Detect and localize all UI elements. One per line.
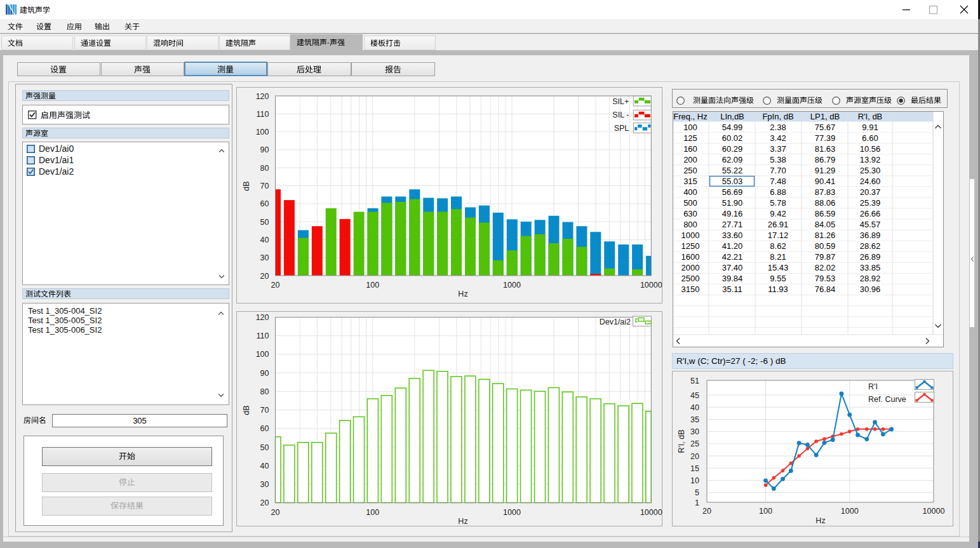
svg-text:SPL: SPL — [614, 124, 629, 133]
svg-text:1000: 1000 — [841, 507, 859, 516]
svg-text:41.20: 41.20 — [722, 241, 743, 251]
svg-text:26.66: 26.66 — [860, 209, 881, 218]
svg-text:400: 400 — [683, 187, 697, 197]
svg-text:R'I: R'I — [868, 382, 878, 391]
svg-text:6.60: 6.60 — [862, 133, 878, 143]
svg-text:R'I, dB: R'I, dB — [677, 429, 686, 453]
svg-text:81.63: 81.63 — [815, 144, 836, 154]
svg-text:42.21: 42.21 — [722, 252, 743, 262]
svg-text:dB: dB — [242, 181, 251, 190]
svg-text:86.79: 86.79 — [815, 155, 836, 164]
svg-text:28.62: 28.62 — [860, 241, 881, 251]
svg-text:39.84: 39.84 — [722, 274, 743, 283]
svg-text:315: 315 — [683, 177, 697, 186]
svg-text:LIn,dB: LIn,dB — [720, 112, 744, 121]
svg-text:1000: 1000 — [503, 281, 521, 290]
svg-text:1: 1 — [695, 498, 699, 507]
svg-text:28.92: 28.92 — [860, 274, 881, 283]
svg-text:250: 250 — [683, 166, 697, 175]
svg-text:50: 50 — [260, 443, 269, 452]
svg-text:7.70: 7.70 — [770, 166, 786, 175]
svg-text:50: 50 — [260, 218, 269, 227]
svg-text:79.53: 79.53 — [815, 274, 836, 283]
svg-text:Hz: Hz — [458, 290, 467, 298]
svg-text:60.29: 60.29 — [722, 144, 743, 154]
svg-text:FpIn, dB: FpIn, dB — [762, 112, 793, 121]
svg-text:10: 10 — [690, 476, 699, 485]
svg-text:33.85: 33.85 — [860, 263, 881, 272]
svg-text:25.30: 25.30 — [860, 166, 881, 175]
svg-text:5.78: 5.78 — [770, 198, 786, 208]
svg-text:51.90: 51.90 — [722, 198, 743, 208]
svg-text:15.43: 15.43 — [768, 263, 789, 272]
svg-text:160: 160 — [683, 144, 697, 154]
svg-text:11.93: 11.93 — [768, 284, 788, 294]
svg-text:82.02: 82.02 — [815, 263, 836, 272]
svg-text:60: 60 — [260, 424, 269, 433]
svg-text:86.59: 86.59 — [815, 209, 836, 218]
svg-text:8.21: 8.21 — [770, 252, 786, 262]
svg-text:87.83: 87.83 — [815, 187, 836, 197]
svg-text:26.89: 26.89 — [860, 252, 881, 262]
svg-text:70: 70 — [260, 406, 269, 415]
svg-text:54.99: 54.99 — [722, 123, 743, 132]
svg-text:20.37: 20.37 — [860, 187, 881, 197]
svg-text:10000: 10000 — [640, 508, 662, 517]
svg-text:7.48: 7.48 — [770, 177, 786, 186]
svg-text:Ref. Curve: Ref. Curve — [868, 395, 906, 404]
svg-text:2.38: 2.38 — [770, 123, 786, 132]
svg-text:49.16: 49.16 — [722, 209, 743, 218]
svg-text:25.39: 25.39 — [860, 198, 881, 208]
svg-text:630: 630 — [683, 209, 697, 218]
svg-text:100: 100 — [366, 281, 379, 290]
svg-text:1250: 1250 — [681, 241, 700, 251]
svg-text:40: 40 — [260, 462, 269, 471]
svg-text:15: 15 — [690, 464, 699, 473]
svg-text:3.37: 3.37 — [770, 144, 786, 154]
svg-text:27.71: 27.71 — [722, 220, 743, 229]
svg-text:10000: 10000 — [640, 281, 662, 290]
svg-text:25: 25 — [690, 439, 699, 448]
svg-text:17.12: 17.12 — [768, 231, 789, 240]
svg-text:79.87: 79.87 — [815, 252, 836, 262]
svg-text:84.05: 84.05 — [815, 220, 836, 229]
svg-text:R'I, dB: R'I, dB — [858, 112, 883, 121]
svg-text:110: 110 — [257, 110, 269, 119]
svg-text:90: 90 — [260, 369, 269, 378]
svg-text:75.67: 75.67 — [815, 123, 836, 132]
svg-text:40: 40 — [260, 236, 269, 244]
svg-text:125: 125 — [683, 133, 697, 143]
svg-text:100: 100 — [683, 123, 697, 132]
svg-text:LP1, dB: LP1, dB — [810, 112, 840, 121]
svg-text:120: 120 — [256, 92, 269, 101]
svg-text:35: 35 — [690, 415, 699, 424]
svg-text:55.22: 55.22 — [722, 166, 743, 175]
svg-text:120: 120 — [256, 313, 269, 322]
svg-text:5: 5 — [695, 488, 699, 497]
svg-text:20: 20 — [260, 272, 269, 281]
svg-text:1000: 1000 — [503, 508, 521, 517]
svg-text:9.91: 9.91 — [862, 123, 878, 132]
svg-text:20: 20 — [271, 281, 280, 290]
svg-text:20: 20 — [271, 508, 280, 517]
svg-text:200: 200 — [683, 155, 697, 164]
svg-text:100: 100 — [366, 508, 379, 517]
svg-text:88.06: 88.06 — [815, 198, 836, 208]
svg-text:20: 20 — [702, 507, 711, 516]
svg-text:51: 51 — [690, 377, 699, 385]
svg-text:30: 30 — [260, 480, 269, 489]
svg-text:80: 80 — [260, 164, 269, 173]
svg-text:1000: 1000 — [681, 231, 700, 240]
svg-text:24.60: 24.60 — [860, 177, 881, 186]
svg-text:100: 100 — [759, 507, 772, 516]
svg-text:81.26: 81.26 — [815, 231, 836, 240]
svg-text:SIL+: SIL+ — [612, 97, 629, 106]
svg-text:1600: 1600 — [681, 252, 700, 262]
svg-text:10000: 10000 — [923, 507, 945, 516]
svg-text:36.89: 36.89 — [860, 231, 881, 240]
svg-text:9.55: 9.55 — [770, 274, 786, 283]
svg-text:26.91: 26.91 — [768, 220, 789, 229]
svg-text:62.09: 62.09 — [722, 155, 743, 164]
svg-text:3150: 3150 — [681, 284, 700, 294]
svg-text:Hz: Hz — [816, 516, 825, 525]
